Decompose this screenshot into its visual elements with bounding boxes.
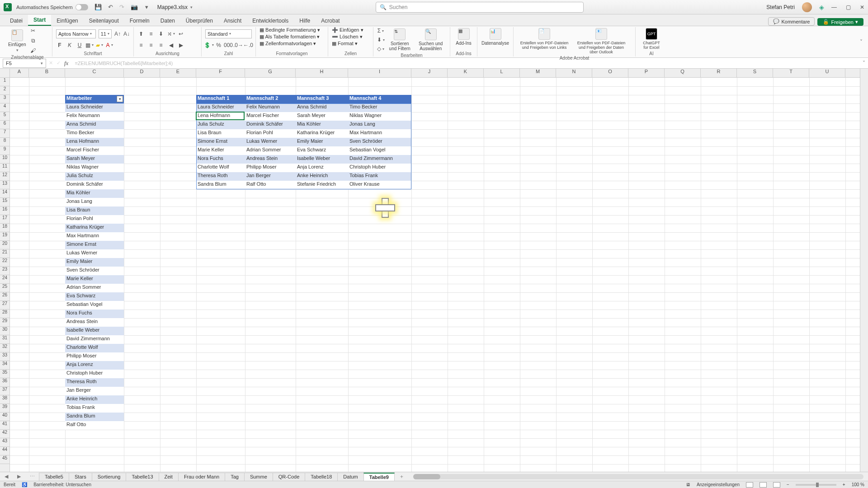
zoom-slider[interactable] [796,484,836,486]
zoom-out-icon[interactable]: − [787,482,789,487]
orientation-icon[interactable]: ⤭ [167,30,175,38]
row-header-31[interactable]: 31 [0,335,9,344]
cell-G9[interactable]: Adrian Sommer [245,146,296,155]
cell-F5[interactable]: Lena Hofmann [196,112,245,121]
cell-F10[interactable]: Nora Fuchs [196,155,245,164]
row-header-21[interactable]: 21 [0,249,9,258]
border-icon[interactable]: ▦ [86,42,93,49]
document-title[interactable]: Mappe3.xlsx ▾ [157,4,193,10]
col-header-S[interactable]: S [737,69,773,77]
sheet-nav-prev-icon[interactable]: ◀ [0,474,13,479]
row-header-22[interactable]: 22 [0,258,9,267]
cell-H4[interactable]: Anna Schmid [296,103,348,112]
cell-C32[interactable]: Charlotte Wolf [65,344,124,352]
cell-G12[interactable]: Jan Berger [245,172,296,181]
cell-C10[interactable]: Sarah Meyer [65,155,124,164]
align-middle-icon[interactable]: ≡ [147,30,155,38]
col-header-H[interactable]: H [296,69,348,77]
row-header-26[interactable]: 26 [0,292,9,301]
tab-daten[interactable]: Daten [155,16,180,26]
increase-font-icon[interactable]: A↑ [114,30,121,38]
row-header-2[interactable]: 2 [0,86,9,95]
format-as-table-button[interactable]: ▦ Als Tabelle formatieren ▾ [259,34,324,40]
col-header-T[interactable]: T [773,69,809,77]
cell-C7[interactable]: Timo Becker [65,129,124,138]
view-normal-icon[interactable] [746,482,753,488]
row-header-3[interactable]: 3 [0,95,9,103]
cell-G13[interactable]: Ralf Otto [245,181,296,189]
formula-input[interactable]: =ZEILENUMBRUCH(Tabelle6[Mitarbeiter];4) [72,61,860,66]
sheet-tab-tag[interactable]: Tag [225,473,245,481]
col-header-L[interactable]: L [484,69,520,77]
tab-hilfe[interactable]: Hilfe [294,16,316,26]
cell-C9[interactable]: Marcel Fischer [65,146,124,155]
sheet-tab-frau oder mann[interactable]: Frau oder Mann [178,473,225,481]
expand-formula-icon[interactable]: ˅ [860,60,868,66]
col-header-R[interactable]: R [701,69,737,77]
cell-I9[interactable]: Sebastian Vogel [348,146,411,155]
col-header-F[interactable]: F [196,69,245,77]
column-headers[interactable]: ABCDEFGHIJKLMNOPQRSTU [10,69,860,78]
sheet-tab-sortierung[interactable]: Sortierung [92,473,127,481]
horizontal-scrollbar[interactable] [413,474,863,479]
row-header-14[interactable]: 14 [0,189,9,198]
tab-überprüfen[interactable]: Überprüfen [180,16,218,26]
row-header-12[interactable]: 12 [0,172,9,181]
cancel-formula-icon[interactable]: ✕ [49,60,53,66]
tab-ansicht[interactable]: Ansicht [218,16,247,26]
font-color-icon[interactable]: A [106,42,113,49]
cell-G6[interactable]: Dominik Schäfer [245,121,296,129]
row-header-10[interactable]: 10 [0,155,9,164]
cell-F6[interactable]: Julia Schulz [196,121,245,129]
autosum-icon[interactable]: Σ [377,27,384,34]
font-name-select[interactable]: Aptos Narrow [56,29,96,38]
row-header-34[interactable]: 34 [0,361,9,370]
sheet-tab-zeit[interactable]: Zeit [159,473,179,481]
row-header-29[interactable]: 29 [0,318,9,327]
row-header-30[interactable]: 30 [0,327,9,335]
sheet-tab-tabelle5[interactable]: Tabelle5 [39,473,69,481]
row-header-17[interactable]: 17 [0,215,9,224]
cell-C3[interactable]: Mitarbeiter [65,95,124,103]
cell-C26[interactable]: Eva Schwarz [65,292,124,301]
cell-C23[interactable]: Sven Schröder [65,267,124,275]
cell-H9[interactable]: Eva Schwarz [296,146,348,155]
percent-icon[interactable]: % [215,42,222,49]
row-header-35[interactable]: 35 [0,370,9,378]
cell-I8[interactable]: Sven Schröder [348,138,411,146]
cell-C34[interactable]: Anja Lorenz [65,361,124,370]
tab-start[interactable]: Start [28,15,51,26]
cell-C5[interactable]: Felix Neumann [65,112,124,121]
cell-G3[interactable]: Mannschaft 2 [245,95,296,103]
accessibility-icon[interactable]: ♿ [22,482,27,487]
col-header-I[interactable]: I [348,69,411,77]
qat-dropdown-icon[interactable]: ▾ [145,4,148,10]
col-header-N[interactable]: N [556,69,592,77]
accounting-icon[interactable]: 💲 [205,42,212,49]
tab-formeln[interactable]: Formeln [124,16,155,26]
cell-I7[interactable]: Max Hartmann [348,129,411,138]
cell-F8[interactable]: Simone Ernst [196,138,245,146]
cell-H3[interactable]: Mannschaft 3 [296,95,348,103]
row-header-28[interactable]: 28 [0,310,9,318]
cell-area[interactable]: Mitarbeiter▾Laura SchneiderFelix Neumann… [10,78,860,472]
cell-C15[interactable]: Jonas Lang [65,198,124,206]
row-header-4[interactable]: 4 [0,103,9,112]
tab-acrobat[interactable]: Acrobat [316,16,345,26]
sheet-nav-more-icon[interactable]: ⋯ [25,474,39,479]
camera-icon[interactable]: 📷 [131,4,138,10]
cell-F9[interactable]: Marie Keller [196,146,245,155]
save-icon[interactable]: 💾 [94,4,102,10]
cell-F11[interactable]: Charlotte Wolf [196,164,245,172]
redo-icon[interactable]: ↷ [119,4,124,10]
cell-G11[interactable]: Philipp Moser [245,164,296,172]
row-header-39[interactable]: 39 [0,404,9,413]
cell-C33[interactable]: Philipp Moser [65,352,124,361]
col-header-O[interactable]: O [592,69,628,77]
row-header-45[interactable]: 45 [0,455,9,464]
cell-C27[interactable]: Sebastian Vogel [65,301,124,310]
row-header-32[interactable]: 32 [0,344,9,352]
collapse-ribbon-icon[interactable]: ˅ [857,39,865,45]
cell-I5[interactable]: Niklas Wagner [348,112,411,121]
cell-C40[interactable]: Sandra Blum [65,413,124,421]
